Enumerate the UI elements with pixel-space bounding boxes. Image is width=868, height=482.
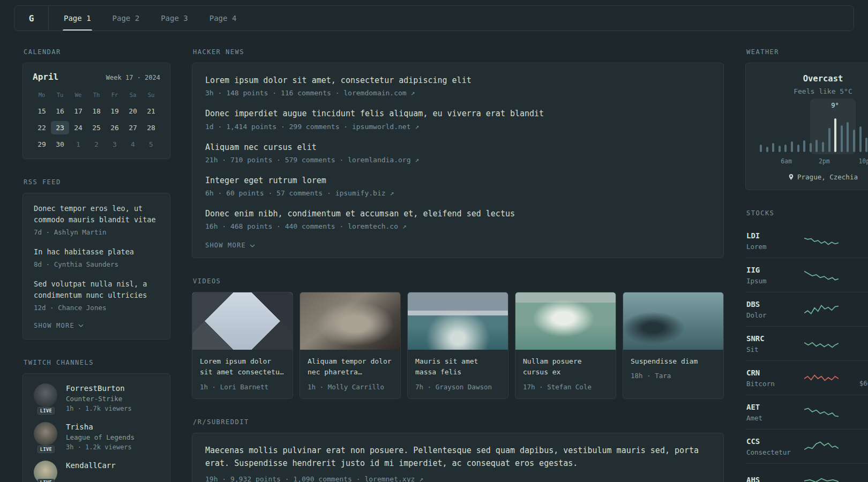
reddit-post-title[interactable]: Maecenas mollis pulvinar erat non posuer… xyxy=(205,444,710,471)
weather-bar xyxy=(810,143,812,152)
hn-meta-text: 1d · 1,414 points · 299 comments · ipsum… xyxy=(205,123,411,131)
stock-values: +4.35% $795.18 xyxy=(850,231,868,250)
video-meta: 17h · Stefan Cole xyxy=(523,383,608,391)
video-title[interactable]: Mauris sit amet massa felis xyxy=(415,356,500,378)
twitch-avatar-wrap: LIVE xyxy=(34,383,58,412)
rss-item-title[interactable]: In hac habitasse platea xyxy=(34,246,159,258)
twitch-channel[interactable]: LIVE ForrestBurton Counter-Strike 1h · 1… xyxy=(34,383,159,412)
stock-name: Ipsum xyxy=(746,277,792,285)
right-column: WEATHER Overcast Feels like 5°C 9° 6am 2… xyxy=(745,48,868,482)
video-card[interactable]: Suspendisse diam 18h · Tara xyxy=(623,292,724,398)
video-card[interactable]: Lorem ipsum dolor sit amet consectetu… 1… xyxy=(192,292,293,398)
tab-page-4[interactable]: Page 4 xyxy=(199,6,248,31)
stock-id: SNRC Sit xyxy=(746,334,792,353)
dow-label: Mo xyxy=(33,89,51,101)
app-logo[interactable]: G xyxy=(14,6,49,31)
twitch-channel-name[interactable]: Trisha xyxy=(66,423,134,431)
dow-label: Fr xyxy=(106,89,124,101)
weather-bar xyxy=(841,125,843,152)
hn-item: Aliquam nec cursus elit 21h · 710 points… xyxy=(205,142,710,164)
rss-item-meta: 12d · Chance Jones xyxy=(34,304,159,312)
rss-item-title[interactable]: Donec tempor eros leo, ut commodo mauris… xyxy=(34,203,159,225)
videos-carousel: Lorem ipsum dolor sit amet consectetu… 1… xyxy=(192,292,724,398)
weather-time-label: 10pm xyxy=(858,157,868,165)
twitch-channel-name[interactable]: ForrestBurton xyxy=(66,384,132,393)
video-thumbnail[interactable] xyxy=(623,292,723,350)
calendar-day: 29 xyxy=(33,138,51,151)
video-title[interactable]: Suspendisse diam xyxy=(631,356,716,367)
hn-item-meta: 1d · 1,414 points · 299 comments · ipsum… xyxy=(205,123,710,131)
stock-price: $42.04 xyxy=(850,276,868,284)
calendar-day: 15 xyxy=(33,104,51,118)
video-card[interactable]: Mauris sit amet massa felis 7h · Grayson… xyxy=(407,292,508,398)
tab-page-2[interactable]: Page 2 xyxy=(102,6,151,31)
show-more-label: SHOW MORE xyxy=(34,322,74,329)
stock-id: IIG Ipsum xyxy=(746,266,792,285)
hn-item-title[interactable]: Aliquam nec cursus elit xyxy=(205,142,710,153)
twitch-channel-info: Trisha League of Legends 3h · 1.2k viewe… xyxy=(66,422,134,451)
twitch-channel[interactable]: LIVE KendallCarr xyxy=(34,461,159,482)
hn-item-meta: 6h · 60 points · 57 comments · ipsumify.… xyxy=(205,189,710,197)
twitch-channel-game: Counter-Strike xyxy=(66,395,132,403)
calendar-day-today: 23 xyxy=(51,121,69,134)
weather-bars: 9° xyxy=(760,114,868,152)
stock-price: $499.72 xyxy=(850,413,868,421)
hn-show-more-button[interactable]: SHOW MORE xyxy=(205,242,710,249)
video-title[interactable]: Aliquam tempor dolor nec pharetra… xyxy=(308,356,393,378)
hn-item-meta: 21h · 710 points · 579 comments · loreml… xyxy=(205,156,710,164)
weather-bar xyxy=(797,145,799,152)
show-more-label: SHOW MORE xyxy=(205,242,246,249)
twitch-channel-name[interactable]: KendallCarr xyxy=(66,461,116,470)
stock-change: +0.46% xyxy=(850,476,868,482)
weather-peak-temp: 9° xyxy=(831,102,839,109)
stock-symbol: DBS xyxy=(746,300,792,308)
video-thumbnail[interactable] xyxy=(408,292,508,350)
video-title[interactable]: Nullam posuere cursus ex xyxy=(523,356,608,378)
page-tabs: Page 1 Page 2 Page 3 Page 4 xyxy=(49,6,247,31)
weather-widget: WEATHER Overcast Feels like 5°C 9° 6am 2… xyxy=(745,48,868,190)
rss-show-more-button[interactable]: SHOW MORE xyxy=(34,322,159,329)
hn-item-title[interactable]: Lorem ipsum dolor sit amet, consectetur … xyxy=(205,75,710,86)
stock-name: Dolor xyxy=(746,311,792,319)
twitch-channel[interactable]: LIVE Trisha League of Legends 3h · 1.2k … xyxy=(34,422,159,451)
video-thumbnail[interactable] xyxy=(515,292,616,350)
weather-bar xyxy=(822,142,824,152)
weather-bar xyxy=(779,146,781,152)
stock-price: $795.18 xyxy=(850,242,868,250)
stock-symbol: IIG xyxy=(746,266,792,274)
rss-section-title: RSS FEED xyxy=(24,178,170,186)
video-meta: 7h · Grayson Dawson xyxy=(415,383,500,391)
stock-sparkline xyxy=(804,474,839,482)
video-title[interactable]: Lorem ipsum dolor sit amet consectetu… xyxy=(200,356,285,378)
hn-item-title[interactable]: Donec imperdiet augue tincidunt felis al… xyxy=(205,108,710,119)
tab-page-1[interactable]: Page 1 xyxy=(53,6,102,31)
video-thumbnail[interactable] xyxy=(192,292,293,350)
weather-bar xyxy=(828,128,830,152)
video-body: Mauris sit amet massa felis 7h · Grayson… xyxy=(408,350,508,398)
hn-item-title[interactable]: Integer eget rutrum lorem xyxy=(205,175,710,186)
hn-item-title[interactable]: Donec enim nibh, condimentum et accumsan… xyxy=(205,208,710,219)
weather-card: Overcast Feels like 5°C 9° 6am 2pm 10pm … xyxy=(745,63,868,190)
dashboard-content: CALENDAR April Week 17 · 2024 Mo Tu We T… xyxy=(0,31,868,482)
video-thumbnail[interactable] xyxy=(300,292,400,350)
tab-page-3[interactable]: Page 3 xyxy=(150,6,199,31)
rss-item: Sed volutpat nulla nisl, a condimentum n… xyxy=(34,278,159,312)
stock-sparkline xyxy=(804,371,839,385)
video-card[interactable]: Aliquam tempor dolor nec pharetra… 1h · … xyxy=(300,292,401,398)
middle-column: HACKER NEWS Lorem ipsum dolor sit amet, … xyxy=(192,48,724,482)
calendar-day-next-month: 1 xyxy=(69,138,87,151)
weather-bar xyxy=(791,141,793,152)
hn-item: Donec imperdiet augue tincidunt felis al… xyxy=(205,108,710,130)
avatar xyxy=(34,422,57,446)
stocks-section-title: STOCKS xyxy=(746,209,868,217)
weather-bar xyxy=(803,140,805,152)
video-card[interactable]: Nullam posuere cursus ex 17h · Stefan Co… xyxy=(515,292,616,398)
reddit-meta-text: 19h · 9,932 points · 1,090 comments · lo… xyxy=(205,475,415,482)
calendar-day-next-month: 2 xyxy=(87,138,106,151)
weather-time-axis: 6am 2pm 10pm xyxy=(760,157,868,165)
rss-item-title[interactable]: Sed volutpat nulla nisl, a condimentum n… xyxy=(34,278,159,301)
stock-values: +0.51% $165.84 xyxy=(850,437,868,456)
top-bar: G Page 1 Page 2 Page 3 Page 4 xyxy=(14,5,854,31)
dow-label: Tu xyxy=(51,89,69,101)
stock-values: +0.92% $499.72 xyxy=(850,403,868,421)
